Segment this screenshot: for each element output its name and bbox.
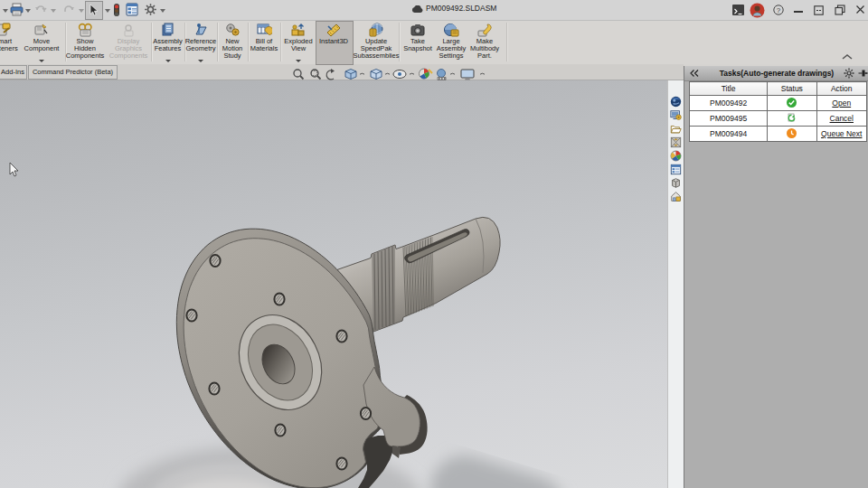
svg-text:?: ? — [777, 6, 781, 14]
